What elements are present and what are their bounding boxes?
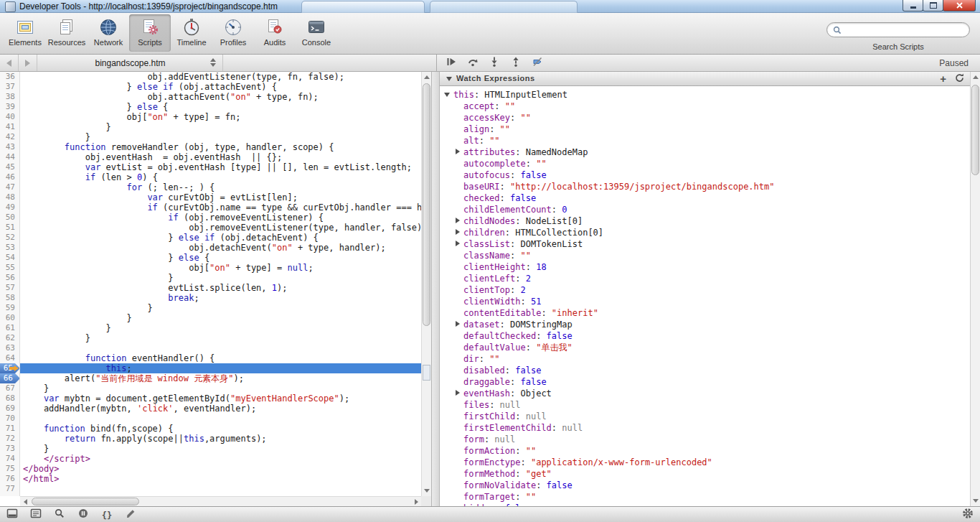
watch-property-firstElementChild[interactable]: firstElementChild: null (440, 422, 970, 434)
tab-console[interactable]: Console (296, 14, 337, 52)
tab-network[interactable]: Network (88, 14, 129, 52)
tab-audits[interactable]: Audits (254, 14, 296, 52)
code-line-67[interactable]: } (20, 383, 421, 393)
line-number-46[interactable]: 46 (0, 172, 19, 182)
code-line-38[interactable]: obj.attachEvent("on" + type, fn); (20, 92, 421, 102)
line-number-76[interactable]: 76 (0, 474, 19, 484)
watch-property-checked[interactable]: checked: false (440, 192, 970, 204)
watch-property-className[interactable]: className: "" (440, 250, 970, 261)
settings-gear-button[interactable] (959, 508, 976, 521)
scroll-down-button[interactable] (971, 495, 980, 505)
line-number-53[interactable]: 53 (0, 243, 19, 253)
watch-property-dir[interactable]: dir: "" (440, 353, 970, 365)
line-number-52[interactable]: 52 (0, 233, 19, 243)
code-line-74[interactable]: </script> (20, 454, 421, 464)
code-line-65[interactable]: this; (20, 363, 421, 373)
line-number-42[interactable]: 42 (0, 132, 19, 142)
maximize-button[interactable] (923, 0, 943, 11)
watch-property-autofocus[interactable]: autofocus: false (440, 169, 970, 181)
line-number-40[interactable]: 40 (0, 112, 19, 122)
panel-splitter[interactable] (431, 72, 440, 506)
expand-icon[interactable] (454, 229, 463, 236)
watch-expressions-header[interactable]: Watch Expressions + (440, 72, 970, 86)
pretty-print-button[interactable]: {} (98, 508, 116, 521)
line-number-39[interactable]: 39 (0, 102, 19, 112)
line-number-71[interactable]: 71 (0, 424, 19, 434)
watch-property-formMethod[interactable]: formMethod: "get" (440, 468, 970, 480)
line-number-60[interactable]: 60 (0, 313, 19, 323)
scroll-up-button[interactable] (971, 72, 980, 82)
back-button[interactable] (0, 55, 19, 71)
watch-property-draggable[interactable]: draggable: false (440, 376, 970, 388)
line-number-45[interactable]: 45 (0, 162, 19, 172)
code-line-56[interactable]: } (20, 273, 421, 283)
code-line-48[interactable]: var curEvtObj = evtList[len]; (20, 192, 421, 202)
code-line-76[interactable]: </html> (20, 474, 421, 484)
code-line-58[interactable]: break; (20, 293, 421, 303)
code-line-68[interactable]: var mybtn = document.getElementById("myE… (20, 393, 421, 404)
collapse-section-icon[interactable] (446, 77, 452, 81)
line-number-37[interactable]: 37 (0, 82, 19, 92)
watch-property-baseURI[interactable]: baseURI: "http://localhost:13959/jsproje… (440, 181, 970, 192)
watch-property-defaultValue[interactable]: defaultValue: "单击我" (440, 342, 970, 353)
expand-icon[interactable] (454, 321, 463, 327)
line-number-75[interactable]: 75 (0, 464, 19, 474)
code-line-39[interactable]: } else { (20, 102, 421, 112)
tab-timeline[interactable]: Timeline (171, 14, 212, 52)
scroll-left-button[interactable] (20, 497, 30, 507)
watch-property-firstChild[interactable]: firstChild: null (440, 411, 970, 422)
line-number-38[interactable]: 38 (0, 92, 19, 102)
line-number-65[interactable]: 65 (0, 363, 19, 373)
sidebar-scroll-thumb[interactable] (971, 85, 979, 175)
code-line-66[interactable]: alert("当前作用域是 window 元素本身"); (20, 373, 421, 383)
code-line-64[interactable]: function eventHandler() { (20, 353, 421, 363)
watch-property-accept[interactable]: accept: "" (440, 101, 970, 112)
close-button[interactable] (943, 0, 976, 11)
code-line-37[interactable]: } else if (obj.attachEvent) { (20, 82, 421, 92)
watch-property-accessKey[interactable]: accessKey: "" (440, 112, 970, 123)
code-line-43[interactable]: function removeHandler (obj, type, handl… (20, 142, 421, 152)
collapse-icon[interactable] (444, 91, 453, 98)
expand-icon[interactable] (454, 390, 463, 396)
code-line-75[interactable]: </body> (20, 464, 421, 474)
line-number-41[interactable]: 41 (0, 122, 19, 132)
line-number-44[interactable]: 44 (0, 152, 19, 162)
line-number-66[interactable]: 66 (0, 373, 19, 383)
code-line-49[interactable]: if (curEvtObj.name == type && curEvtObj.… (20, 202, 421, 213)
code-line-71[interactable]: function bind(fn,scope) { (20, 424, 421, 434)
window-titlebar[interactable]: Developer Tools - http://localhost:13959… (0, 0, 980, 13)
code-line-69[interactable]: addHandler(mybtn, 'click', eventHandler)… (20, 404, 421, 414)
line-number-43[interactable]: 43 (0, 142, 19, 152)
line-number-50[interactable]: 50 (0, 213, 19, 223)
code-line-47[interactable]: for (; len--; ) { (20, 182, 421, 192)
tab-resources[interactable]: Resources (46, 14, 88, 52)
watch-property-eventHash[interactable]: eventHash: Object (440, 388, 970, 399)
code-line-59[interactable]: } (20, 303, 421, 313)
code-line-50[interactable]: if (obj.removeEventListener) { (20, 213, 421, 223)
line-number-54[interactable]: 54 (0, 253, 19, 263)
editor-vertical-scrollbar[interactable] (421, 72, 431, 496)
source-code[interactable]: obj.addEventListener(type, fn, false); }… (20, 72, 421, 496)
watch-property-align[interactable]: align: "" (440, 123, 970, 135)
line-number-58[interactable]: 58 (0, 293, 19, 303)
code-line-45[interactable]: var evtList = obj.eventHash [type] || []… (20, 162, 421, 172)
watch-property-alt[interactable]: alt: "" (440, 135, 970, 146)
watch-property-clientHeight[interactable]: clientHeight: 18 (440, 261, 970, 273)
refresh-watch-button[interactable] (955, 73, 964, 85)
search-box[interactable] (826, 22, 970, 37)
search-button[interactable] (51, 508, 68, 521)
scroll-up-button[interactable] (422, 72, 432, 82)
add-watch-button[interactable]: + (940, 72, 946, 86)
editor-vscroll-thumb[interactable] (423, 83, 430, 326)
code-line-36[interactable]: obj.addEventListener(type, fn, false); (20, 72, 421, 82)
expand-icon[interactable] (454, 218, 463, 224)
code-line-40[interactable]: obj["on" + type] = fn; (20, 112, 421, 122)
watch-property-formNoValidate[interactable]: formNoValidate: false (440, 480, 970, 491)
line-number-36[interactable]: 36 (0, 72, 19, 82)
line-number-56[interactable]: 56 (0, 273, 19, 283)
line-number-62[interactable]: 62 (0, 333, 19, 343)
watch-property-disabled[interactable]: disabled: false (440, 365, 970, 376)
watch-property-classList[interactable]: classList: DOMTokenList (440, 238, 970, 250)
code-line-72[interactable]: return fn.apply(scope||this,arguments); (20, 434, 421, 444)
code-line-61[interactable]: } (20, 323, 421, 333)
